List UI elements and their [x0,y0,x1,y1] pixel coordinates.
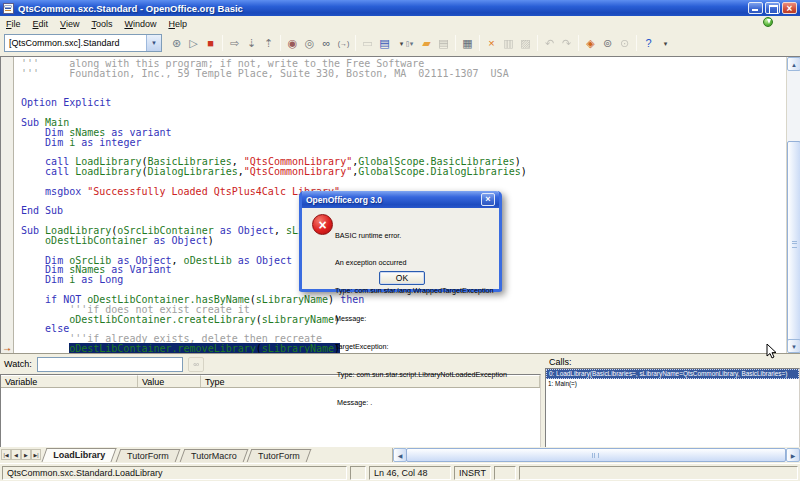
breakpoint-icon[interactable]: ◉ [284,35,301,52]
macro-toolbar: ⊛▷■⇨⇣⇡◉◎∞(→)▭▤▾ [168,34,410,52]
undo-icon: ↶ [541,35,558,52]
library-select-value: [QtsCommon.sxc].Standard [5,38,146,48]
vertical-scroll-thumb[interactable] [787,141,800,349]
watch-input[interactable] [37,357,183,372]
chevron-down-icon[interactable]: ▼ [146,35,161,51]
save-source-icon[interactable]: ▤ [376,35,393,52]
manage-breakpoints-icon[interactable]: ◎ [301,35,318,52]
dialog-message: BASIC runtime error. An exception occurr… [335,212,497,426]
save-icon: ▤ [435,35,452,52]
code-token [21,235,45,246]
tab-tutorform[interactable]: TutorForm [116,449,180,462]
help-icon[interactable]: ? [640,35,657,52]
first-tab-icon[interactable]: |◀ [1,449,11,460]
dialog-title-bar[interactable]: OpenOffice.org 3.0 × [302,191,499,208]
scroll-down-icon[interactable]: ▼ [787,339,800,353]
scroll-left-icon[interactable]: ◀ [393,448,407,462]
toolbar-separator [578,35,579,51]
library-select[interactable]: [QtsCommon.sxc].Standard ▼ [4,34,162,52]
menu-window[interactable]: Window [118,18,162,30]
gallery-icon[interactable]: ⊚ [599,35,616,52]
horizontal-scroll-thumb[interactable] [406,448,786,462]
dialog-message-line: BASIC runtime error. [335,231,497,240]
tab-tutormacro[interactable]: TutorMacro [179,449,247,462]
toolbar: [QtsCommon.sxc].Standard ▼ ⊛▷■⇨⇣⇡◉◎∞(→)▭… [0,31,800,56]
tab-label: LoadLibrary [45,449,113,460]
breakpoint-gutter[interactable]: → [1,57,14,353]
code-token: oDestLib [184,255,232,266]
mouse-cursor [766,344,780,364]
code-token: oDestLibContainer [45,235,147,246]
call-stack-item[interactable]: 1: Main(=) [546,379,799,389]
tab-label: TutorForm [119,450,177,461]
column-header-value[interactable]: Value [138,375,201,387]
single-step-icon[interactable]: ⇣ [243,35,260,52]
code-token [21,166,45,177]
execution-arrow-icon: → [2,343,14,353]
menu-tools[interactable]: Tools [85,18,118,30]
procedure-step-icon[interactable]: ⇨ [226,35,243,52]
enable-watch-icon[interactable]: ∞ [318,35,335,52]
code-line: call LoadLibrary(DialogLibraries,"QtsCom… [21,167,787,177]
code-token: as [214,225,238,236]
run-icon[interactable]: ▷ [185,35,202,52]
step-out-icon[interactable]: ⇡ [260,35,277,52]
minimize-button[interactable] [748,2,763,14]
previous-tab-icon[interactable]: ◀ [11,449,21,460]
code-token: ''' Foundation, Inc., 59 Temple Place, S… [21,68,509,79]
status-module: QtsCommon.sxc.Standard.LoadLibrary [2,466,347,480]
navigator-icon[interactable]: ◈ [582,35,599,52]
dialog-close-icon[interactable]: × [481,193,495,206]
print-icon[interactable]: ▦ [459,35,476,52]
code-token: as Long [75,274,123,285]
vertical-scrollbar[interactable]: ▲ ▼ [786,57,800,353]
code-token: as [232,255,256,266]
menu-help[interactable]: Help [162,18,193,30]
dialog-message-line: Type: com.sun.star.script.LibraryNotLoad… [335,370,497,379]
restore-button[interactable] [765,2,780,14]
code-token: msgbox [45,186,87,197]
scroll-up-icon[interactable]: ▲ [787,57,800,71]
window-title: QtsCommon.sxc.Standard - OpenOffice.org … [18,3,746,14]
code-token: Object [256,255,292,266]
status-bar: QtsCommon.sxc.Standard.LoadLibrary Ln 46… [0,463,800,481]
code-line: Option Explicit [21,98,787,108]
next-tab-icon[interactable]: ▶ [21,449,31,460]
tab-loadlibrary[interactable]: LoadLibrary [41,448,116,462]
toolbar-separator [222,35,223,51]
code-token: call [45,166,75,177]
update-available-icon[interactable] [762,16,775,29]
open-icon[interactable]: ▰ [418,35,435,52]
scroll-right-icon[interactable]: ▶ [786,448,800,462]
status-cell-empty [519,466,798,480]
code-token: Dim [45,137,69,148]
code-line [21,108,787,118]
find-parentheses-icon[interactable]: (→) [335,35,352,52]
tab-label: TutorForm [250,450,308,461]
redo-icon: ↷ [558,35,575,52]
menu-edit[interactable]: Edit [27,18,55,30]
status-insert-mode[interactable]: INSRT [454,466,491,480]
new-document-icon[interactable]: ▯▾ [401,35,418,52]
code-line: Dim i as integer [21,138,787,148]
last-tab-icon[interactable]: ▶| [31,449,41,460]
ok-button[interactable]: OK [379,271,425,285]
call-stack-item[interactable]: 0: LoadLibrary(BasicLibraries=, sLibrary… [546,369,799,379]
menu-view[interactable]: View [54,18,85,30]
basic-ide-window: QtsCommon.sxc.Standard - OpenOffice.org … [0,0,800,481]
close-button[interactable] [782,2,797,14]
code-line: ''' Foundation, Inc., 59 Temple Place, S… [21,69,787,79]
tab-navigation: |◀ ◀ ▶ ▶| [1,449,41,460]
standard-toolbar-overflow-icon[interactable]: ▾ [657,35,674,52]
dialog-title: OpenOffice.org 3.0 [306,195,481,205]
horizontal-scrollbar[interactable]: ◀ ▶ [392,448,799,462]
code-token: "QtsCommonLibrary" [244,166,352,177]
tab-tutorform[interactable]: TutorForm [247,449,311,462]
compile-icon[interactable]: ⊛ [168,35,185,52]
column-header-variable[interactable]: Variable [1,375,138,387]
menu-file[interactable]: File [0,18,27,30]
cut-icon[interactable]: × [483,35,500,52]
code-token [21,186,45,197]
call-stack-list[interactable]: 0: LoadLibrary(BasicLibraries=, sLibrary… [545,368,800,448]
stop-icon[interactable]: ■ [202,35,219,52]
